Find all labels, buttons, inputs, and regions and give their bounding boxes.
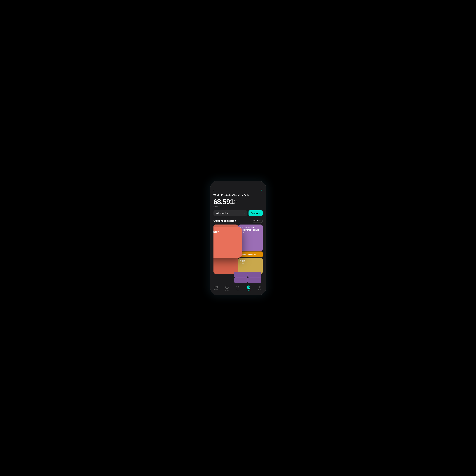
allocation-gold: Gold 9.5% xyxy=(238,258,263,274)
nav-item-broker[interactable]: Broker xyxy=(214,285,218,290)
header-row: ‹ ✏ xyxy=(213,187,263,194)
portfolio-value-row: 68,591 81 € xyxy=(213,198,263,205)
allocation-bonds: Corporate and government bonds 36% xyxy=(238,225,263,251)
payment-selector[interactable]: 600 € monthly › xyxy=(213,210,247,216)
allocation-header: Current allocation DETAILS xyxy=(213,219,263,223)
gold-label: Gold xyxy=(240,260,261,262)
payments-button[interactable]: Payments xyxy=(249,210,263,216)
payment-row: 600 € monthly › Payments xyxy=(213,210,263,216)
svg-point-9 xyxy=(260,286,261,287)
payment-selector-text: 600 € monthly xyxy=(216,212,228,214)
broker-icon xyxy=(214,285,218,288)
portfolio-value-cents: 81 xyxy=(234,199,237,202)
commodities-pct: 4.5% xyxy=(252,253,256,255)
details-button[interactable]: DETAILS xyxy=(252,219,263,223)
gold-pct: 9.5% xyxy=(240,263,261,265)
content-area: ‹ ✏ World Portfolio Classic + Gold 68,59… xyxy=(210,187,266,284)
allocation-title: Current allocation xyxy=(213,219,236,222)
wealth-nav-label: Wealth xyxy=(247,289,251,291)
back-button[interactable]: ‹ xyxy=(213,189,215,192)
allocation-container: Corporate and government bonds 36% Commo… xyxy=(213,225,263,284)
broker-nav-label: Broker xyxy=(214,289,218,290)
portfolio-value-currency: € xyxy=(234,202,237,204)
nav-item-credit[interactable]: Credit xyxy=(225,285,229,291)
credit-icon xyxy=(225,285,229,289)
nav-item-find[interactable]: Find xyxy=(236,285,239,291)
profile-nav-label: Profile xyxy=(258,289,262,291)
credit-nav-label: Credit xyxy=(225,289,229,291)
bonds-pct: 36% xyxy=(240,232,261,234)
svg-line-5 xyxy=(238,288,239,288)
nav-item-profile[interactable]: Profile xyxy=(258,285,262,291)
wealth-icon: € xyxy=(247,285,251,289)
time-ago: 33min ago xyxy=(213,206,263,208)
portfolio-title: World Portfolio Classic + Gold xyxy=(213,194,263,197)
commodities-label: Commodities xyxy=(240,253,252,255)
phone-frame: ‹ ✏ World Portfolio Classic + Gold 68,59… xyxy=(210,181,266,295)
edit-icon[interactable]: ✏ xyxy=(261,189,263,192)
allocation-commodities: Commodities 4.5% xyxy=(238,251,263,257)
stocks-popup-label: Stocks xyxy=(213,230,239,234)
nav-item-wealth[interactable]: € Wealth xyxy=(247,285,251,291)
bonds-label: Corporate and government bonds xyxy=(240,226,261,231)
find-icon xyxy=(236,285,239,289)
status-bar xyxy=(210,181,266,187)
portfolio-value-decimal: 81 € xyxy=(234,199,237,204)
stocks-popup-card: Stocks 50% xyxy=(213,227,242,258)
portfolio-value-main: 68,591 xyxy=(213,198,234,205)
stocks-popup-pct: 50% xyxy=(213,235,239,237)
profile-icon xyxy=(258,285,262,289)
find-nav-label: Find xyxy=(237,289,239,291)
payment-selector-chevron: › xyxy=(244,212,245,214)
bottom-nav: Broker Credit xyxy=(210,284,266,295)
phone-screen: ‹ ✏ World Portfolio Classic + Gold 68,59… xyxy=(210,181,266,295)
